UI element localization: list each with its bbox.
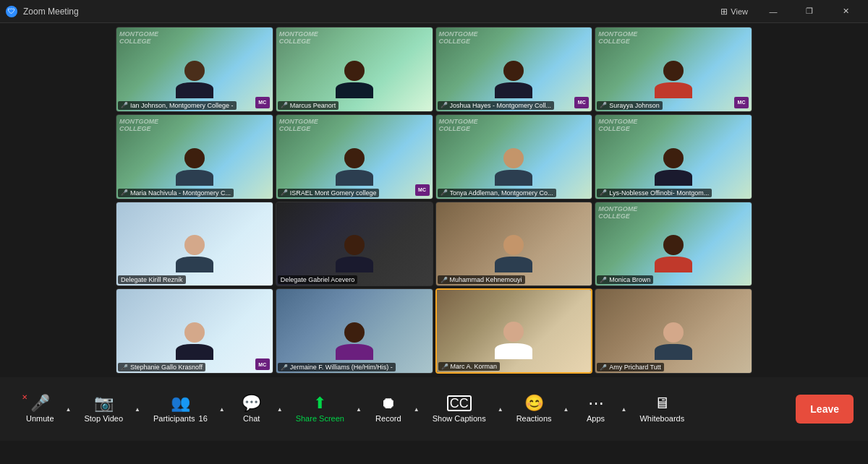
- record-button[interactable]: ⏺ Record: [363, 390, 414, 429]
- participant-name: 🎤 Surayya Johnson: [597, 101, 663, 110]
- participant-name: 🎤 Marc A. Korman: [438, 362, 501, 371]
- mc-logo: MC: [415, 184, 430, 196]
- participant-name: 🎤 Maria Nachivula - Montgomery C...: [118, 189, 234, 197]
- record-caret[interactable]: ▲: [414, 377, 421, 441]
- app-title: Zoom Meeting: [23, 7, 79, 17]
- mute-icon: 🎤: [121, 364, 128, 371]
- chat-icon: 💬: [242, 395, 261, 411]
- mute-icon: 🎤: [281, 189, 288, 196]
- participant-name: 🎤 Tonya Addleman, Montgomery Co...: [438, 189, 556, 197]
- video-cell[interactable]: MONTGOMECOLLEGE MC 🎤 Surayya Johnson: [595, 27, 752, 112]
- participant-name: Delegate Kirill Reznik: [118, 275, 186, 284]
- mute-icon: 🎤: [121, 102, 128, 108]
- share-screen-button[interactable]: ⬆ Share Screen: [284, 390, 356, 429]
- video-cell[interactable]: MONTGOMECOLLEGE MC 🎤 Joshua Hayes - Mont…: [435, 27, 593, 112]
- apps-icon: ⋯: [588, 395, 604, 411]
- video-cell[interactable]: 🎤 Jermaine F. Williams (He/Him/His) -: [276, 288, 433, 374]
- participant-name: 🎤 Muhammad Kehnemouyi: [438, 275, 525, 284]
- minimize-button[interactable]: —: [757, 0, 790, 23]
- video-cell[interactable]: Delegate Gabriel Acevero: [276, 202, 433, 287]
- leave-button[interactable]: Leave: [796, 395, 854, 424]
- video-cell[interactable]: MONTGOMECOLLEGE 🎤 Monica Brown: [595, 202, 752, 287]
- mute-icon: 🎤: [600, 189, 607, 196]
- mc-logo: MC: [255, 358, 270, 370]
- mute-icon: 🎤: [281, 364, 288, 371]
- video-cell[interactable]: Delegate Kirill Reznik: [116, 202, 273, 287]
- apps-caret[interactable]: ▲: [621, 377, 629, 441]
- apps-button[interactable]: ⋯ Apps: [571, 390, 621, 429]
- participant-name: 🎤 Joshua Hayes - Montgomery Coll...: [438, 101, 555, 110]
- reactions-icon: 😊: [524, 395, 544, 411]
- record-icon: ⏺: [380, 395, 396, 411]
- show-captions-label: Show Captions: [433, 414, 486, 423]
- whiteboards-button[interactable]: 🖥 Whiteboards: [628, 390, 696, 429]
- unmute-caret[interactable]: ▲: [66, 377, 73, 441]
- participants-icon: 👥: [171, 395, 190, 411]
- video-caret[interactable]: ▲: [135, 377, 142, 441]
- video-cell[interactable]: 🎤 Marc A. Korman: [435, 288, 593, 374]
- mute-icon: 🎤: [441, 102, 448, 108]
- participants-button[interactable]: 👥 Participants 16: [142, 390, 219, 429]
- share-screen-label: Share Screen: [296, 414, 344, 423]
- mute-icon: 🎤: [600, 102, 607, 108]
- mute-icon: 🎤: [441, 364, 448, 370]
- title-bar-controls: ⊞ View — ❐ ✕: [715, 0, 862, 23]
- reactions-label: Reactions: [516, 414, 552, 423]
- video-cell[interactable]: MONTGOMECOLLEGE 🎤 Tonya Addleman, Montgo…: [435, 114, 593, 199]
- mute-icon: 🎤✕: [30, 395, 50, 411]
- participant-name: 🎤 Monica Brown: [597, 275, 653, 284]
- participant-name: Delegate Gabriel Acevero: [278, 275, 358, 284]
- participant-name: 🎤 Lys-Noblesse Offinobi- Montgom...: [597, 189, 712, 197]
- whiteboards-icon: 🖥: [654, 395, 670, 411]
- video-cell[interactable]: MONTGOMECOLLEGE 🎤 Maria Nachivula - Mont…: [116, 114, 273, 199]
- chat-label: Chat: [243, 414, 260, 423]
- participant-name: 🎤 Ian Johnson, Montgomery College -: [118, 101, 237, 110]
- mute-icon: 🎤: [281, 102, 288, 108]
- participant-name: 🎤 ISRAEL Mont Gomery college: [278, 189, 380, 197]
- video-cell[interactable]: MONTGOMECOLLEGE 🎤 Lys-Noblesse Offinobi-…: [595, 114, 752, 199]
- restore-icon: ⊞: [720, 7, 728, 17]
- zoom-shield-icon: 🛡: [6, 6, 17, 17]
- mute-icon: 🎤: [600, 364, 607, 371]
- show-captions-button[interactable]: CC Show Captions: [421, 390, 498, 429]
- participants-caret[interactable]: ▲: [219, 377, 226, 441]
- mute-icon: 🎤: [441, 189, 448, 196]
- video-icon: 📷: [94, 395, 114, 411]
- video-cell[interactable]: MONTGOMECOLLEGE MC 🎤 Ian Johnson, Montgo…: [116, 27, 273, 112]
- mc-logo: MC: [574, 97, 589, 108]
- view-label: View: [731, 7, 748, 16]
- view-button[interactable]: ⊞ View: [715, 7, 754, 17]
- mc-logo: MC: [255, 97, 270, 108]
- participant-name: 🎤 Stephanie Gallo Krasnoff: [118, 363, 205, 371]
- video-cell[interactable]: MC 🎤 Stephanie Gallo Krasnoff: [116, 288, 273, 374]
- video-cell[interactable]: MONTGOMECOLLEGE 🎤 Marcus Peanort: [276, 27, 433, 112]
- share-screen-icon: ⬆: [313, 395, 326, 411]
- close-button[interactable]: ✕: [829, 0, 862, 23]
- record-label: Record: [375, 414, 401, 423]
- participant-name: 🎤 Amy Prichard Tutt: [597, 363, 664, 371]
- video-cell[interactable]: 🎤 Muhammad Kehnemouyi: [435, 202, 593, 287]
- video-area: MONTGOMECOLLEGE MC 🎤 Ian Johnson, Montgo…: [0, 23, 868, 377]
- unmute-label: Unmute: [26, 414, 54, 423]
- apps-label: Apps: [587, 414, 605, 423]
- toolbar: 🎤✕ Unmute ▲ 📷 Stop Video ▲ 👥 Participant…: [0, 377, 868, 441]
- chat-button[interactable]: 💬 Chat: [226, 390, 277, 429]
- title-bar-left: 🛡 Zoom Meeting: [6, 6, 79, 17]
- mute-icon: 🎤: [441, 277, 448, 283]
- reactions-button[interactable]: 😊 Reactions: [505, 390, 563, 429]
- stop-video-button[interactable]: 📷 Stop Video: [72, 390, 135, 429]
- video-cell[interactable]: MONTGOMECOLLEGE MC 🎤 ISRAEL Mont Gomery …: [276, 114, 433, 199]
- maximize-button[interactable]: ❐: [793, 0, 826, 23]
- mute-icon: 🎤: [600, 277, 607, 283]
- unmute-button[interactable]: 🎤✕ Unmute: [14, 390, 66, 429]
- video-cell[interactable]: 🎤 Amy Prichard Tutt: [595, 288, 752, 374]
- captions-icon: CC: [447, 395, 472, 411]
- share-screen-caret[interactable]: ▲: [356, 377, 363, 441]
- chat-caret[interactable]: ▲: [277, 377, 284, 441]
- reactions-caret[interactable]: ▲: [563, 377, 571, 441]
- participants-label: Participants 16: [153, 414, 208, 423]
- mute-icon: 🎤: [121, 189, 128, 196]
- stop-video-label: Stop Video: [84, 414, 123, 423]
- captions-caret[interactable]: ▲: [498, 377, 505, 441]
- title-bar: 🛡 Zoom Meeting ⊞ View — ❐ ✕: [0, 0, 868, 23]
